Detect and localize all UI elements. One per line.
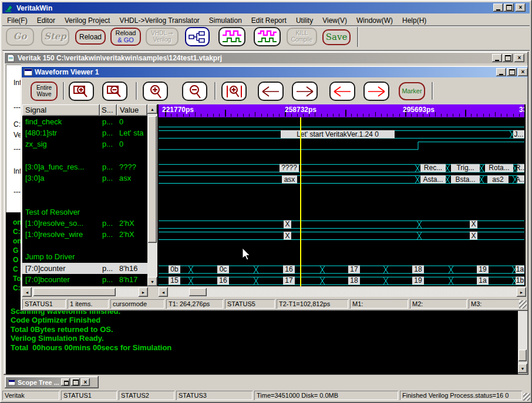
console-fragment: C:\ (13, 284, 22, 292)
console-line: Scanning waveforms finished. (11, 307, 120, 316)
console-line: Total 00hours 00mins 00secs for Simulati… (11, 343, 171, 352)
project-minimize-button[interactable] (492, 54, 502, 62)
console-scroll-down-button[interactable]: ▼ (518, 364, 527, 373)
info-pane-fragment: C:\ (14, 120, 22, 128)
console-fragment: O (13, 256, 18, 264)
info-pane-fragment: Ve (14, 131, 22, 139)
project-window: Veritak 150 C:\veritakwin\veritakwin\sam… (0, 0, 532, 403)
info-pane-fragment: Inf (14, 79, 21, 87)
info-pane: Inf----C:\Ve----Inf---- (6, 65, 21, 212)
document-icon (7, 54, 15, 62)
console-line: Code Optimizer Finished (11, 316, 100, 324)
info-pane-fragment: ---- (14, 145, 23, 153)
console-fragment: on (13, 218, 22, 226)
console-fragment: G (13, 246, 18, 255)
mouse-cursor (242, 248, 251, 261)
minimize-icon (495, 60, 499, 61)
info-pane-fragment: ---- (14, 188, 23, 196)
console-scrollbar[interactable]: ▼ (518, 311, 527, 373)
console-line: Total 0Bytes returned to OS. (11, 325, 113, 334)
console-line: Verilog Simulation Ready. (11, 334, 104, 343)
console-fragment: C (13, 265, 18, 273)
console-fragment: To (13, 275, 21, 283)
console-fragment: on (13, 237, 22, 245)
project-maximize-button[interactable] (503, 54, 513, 62)
project-title-bar[interactable]: Veritak 150 C:\veritakwin\veritakwin\sam… (5, 53, 527, 63)
info-pane-fragment: ---- (14, 103, 23, 111)
console-scrollbar-thumb[interactable] (518, 350, 527, 361)
maximize-icon (505, 55, 511, 61)
project-window-title: Veritak 150 C:\veritakwin\veritakwin\sam… (18, 54, 222, 62)
close-icon: × (518, 55, 521, 61)
console-fragment: C:\ (13, 228, 22, 236)
veritakwin-screen: VeritakWin × File(F)EditorVerilog Projec… (0, 0, 532, 403)
scroll-down-icon: ▼ (521, 367, 525, 371)
console-left-strip: onC:\onGOCToC:\ (6, 212, 21, 310)
info-pane-fragment: Inf (14, 167, 21, 175)
project-close-button[interactable]: × (514, 54, 524, 62)
